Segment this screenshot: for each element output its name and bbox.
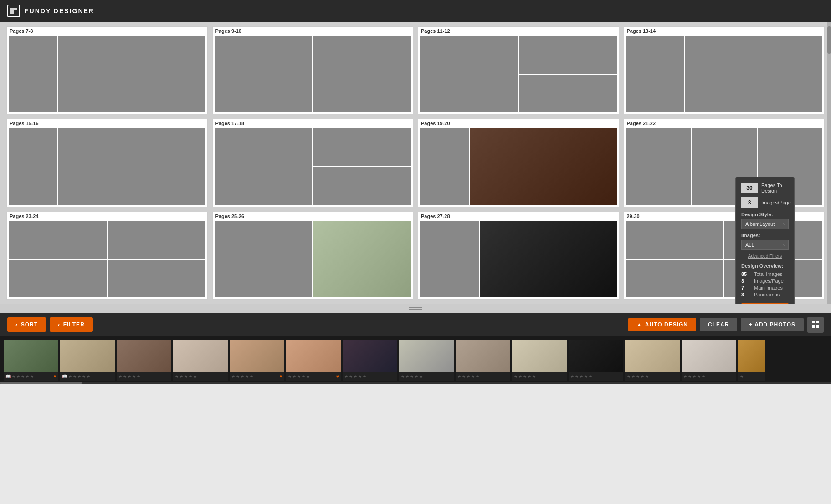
filmstrip-item[interactable]: ★ ★ ★ ★ ★ <box>343 340 397 381</box>
page-item[interactable]: Pages 11-12 <box>418 26 619 114</box>
advanced-filters-link[interactable]: Advanced Filters <box>741 254 789 259</box>
film-meta: 📖 ★ ★ ★ ★ ★ <box>60 372 115 381</box>
filter-button[interactable]: ‹ FILTER <box>50 317 93 332</box>
scrollbar-track[interactable] <box>827 22 831 304</box>
page-item[interactable]: Pages 19-20 <box>418 119 619 207</box>
star-3: ★ <box>580 374 583 379</box>
star-4: ★ <box>245 374 249 379</box>
film-photo <box>4 340 58 372</box>
page-item[interactable]: Pages 15-16 <box>6 119 208 207</box>
filmstrip-item[interactable]: ★ ★ ★ ★ ★ <box>625 340 680 381</box>
page-item[interactable]: Pages 23-24 <box>6 212 208 300</box>
star-5: ★ <box>87 374 90 379</box>
panoramas-num: 3 <box>741 292 750 297</box>
design-style-arrow: › <box>783 222 785 227</box>
drag-handle[interactable] <box>0 304 831 313</box>
film-meta: ★ ★ ★ ★ ★ <box>569 372 623 381</box>
star-1: ★ <box>740 374 744 379</box>
clear-button[interactable]: CLEAR <box>700 318 737 331</box>
star-4: ★ <box>26 374 29 379</box>
filmstrip-item[interactable]: ★ ★ ★ ★ ★ <box>399 340 454 381</box>
book-icon: 📖 <box>62 374 67 379</box>
film-meta: ★ ★ ★ ★ ★ ♥ <box>230 372 284 381</box>
images-per-page-text: Images/Page <box>754 278 784 284</box>
filmstrip-item[interactable]: ★ ★ ★ ★ ★ ♥ <box>286 340 341 381</box>
filmstrip-item[interactable]: ★ ★ ★ ★ ★ <box>456 340 510 381</box>
star-2: ★ <box>180 374 183 379</box>
star-5: ★ <box>645 374 649 379</box>
star-4: ★ <box>584 374 588 379</box>
page-label: Pages 17-18 <box>213 119 413 127</box>
pages-grid: Pages 7-8 Pages 9-10 Pages 11-12 <box>6 26 825 300</box>
filmstrip-scroll-track[interactable] <box>0 382 831 384</box>
filmstrip-item[interactable]: ★ ★ ★ ★ ★ <box>569 340 623 381</box>
sort-button[interactable]: ‹ SORT <box>7 317 46 332</box>
star-1: ★ <box>288 374 292 379</box>
grid-view-button[interactable] <box>807 317 824 333</box>
filmstrip-item[interactable]: ★ ★ ★ ★ ★ <box>682 340 736 381</box>
star-3: ★ <box>184 374 188 379</box>
star-2: ★ <box>688 374 692 379</box>
panoramas-label: Panoramas <box>754 292 780 297</box>
film-meta: ★ ★ ★ ★ ★ <box>399 372 454 381</box>
images-per-page-input[interactable]: 3 <box>741 197 758 208</box>
images-arrow: › <box>783 243 785 248</box>
page-item[interactable]: Pages 17-18 <box>212 119 414 207</box>
filmstrip-item[interactable]: 📖 ★ ★ ★ ★ ★ ♥ <box>4 340 58 381</box>
add-photos-button[interactable]: + ADD PHOTOS <box>741 318 804 331</box>
film-meta: 📖 ★ ★ ★ ★ ★ ♥ <box>4 372 58 381</box>
page-item[interactable]: Pages 7-8 <box>6 26 208 114</box>
filmstrip-item[interactable]: ★ ★ ★ ★ ★ <box>173 340 228 381</box>
filmstrip-item[interactable]: ★ ★ ★ ★ ★ <box>117 340 171 381</box>
app-logo <box>7 5 20 17</box>
star-4: ★ <box>471 374 475 379</box>
star-4: ★ <box>189 374 192 379</box>
page-item[interactable]: Pages 27-28 <box>418 212 619 300</box>
star-2: ★ <box>575 374 579 379</box>
star-1: ★ <box>514 374 518 379</box>
filmstrip-item[interactable]: ★ ★ ★ ★ ★ ♥ <box>230 340 284 381</box>
page-photos <box>213 220 413 299</box>
canvas-area: Pages 7-8 Pages 9-10 Pages 11-12 <box>0 22 831 304</box>
star-3: ★ <box>636 374 640 379</box>
page-photos <box>7 127 207 206</box>
filmstrip-item[interactable]: 📖 ★ ★ ★ ★ ★ <box>60 340 115 381</box>
images-select[interactable]: ALL › <box>741 240 789 250</box>
design-style-label: Design Style: <box>741 212 789 217</box>
page-item[interactable]: Pages 25-26 <box>212 212 414 300</box>
design-button[interactable]: DESIGN <box>741 303 789 304</box>
star-2: ★ <box>518 374 522 379</box>
page-label: Pages 21-22 <box>624 119 825 127</box>
film-photo <box>399 340 454 372</box>
filmstrip-scroll-thumb[interactable] <box>0 382 82 384</box>
star-3: ★ <box>77 374 81 379</box>
filmstrip-item[interactable]: ★ ★ ★ ★ ★ <box>512 340 567 381</box>
star-5: ★ <box>476 374 479 379</box>
page-label: Pages 27-28 <box>418 212 619 220</box>
auto-design-button[interactable]: ▲ AUTO DESIGN <box>628 318 696 331</box>
page-item[interactable]: Pages 9-10 <box>212 26 414 114</box>
star-1: ★ <box>401 374 405 379</box>
film-photo <box>569 340 623 372</box>
filmstrip-item[interactable]: ★ <box>738 340 765 381</box>
star-1: ★ <box>231 374 235 379</box>
page-label: Pages 11-12 <box>418 27 619 35</box>
film-photo <box>173 340 228 372</box>
page-photos <box>418 127 619 206</box>
star-2: ★ <box>73 374 77 379</box>
star-1: ★ <box>570 374 574 379</box>
star-2: ★ <box>462 374 466 379</box>
star-2: ★ <box>123 374 127 379</box>
total-images-label: Total Images <box>754 271 782 277</box>
design-style-value: AlbumLayout <box>745 221 775 227</box>
scrollbar-thumb[interactable] <box>827 26 831 54</box>
svg-rect-0 <box>812 321 815 323</box>
design-style-select[interactable]: AlbumLayout › <box>741 219 789 229</box>
star-3: ★ <box>467 374 470 379</box>
star-4: ★ <box>697 374 701 379</box>
bottom-toolbar: ‹ SORT ‹ FILTER ▲ AUTO DESIGN CLEAR + AD… <box>0 313 831 336</box>
images-label: Images: <box>741 233 789 238</box>
autodesign-popup: 30 Pages To Design 3 Images/Page Design … <box>735 177 795 304</box>
pages-to-design-input[interactable]: 30 <box>741 183 758 193</box>
page-item[interactable]: Pages 13-14 <box>624 26 825 114</box>
